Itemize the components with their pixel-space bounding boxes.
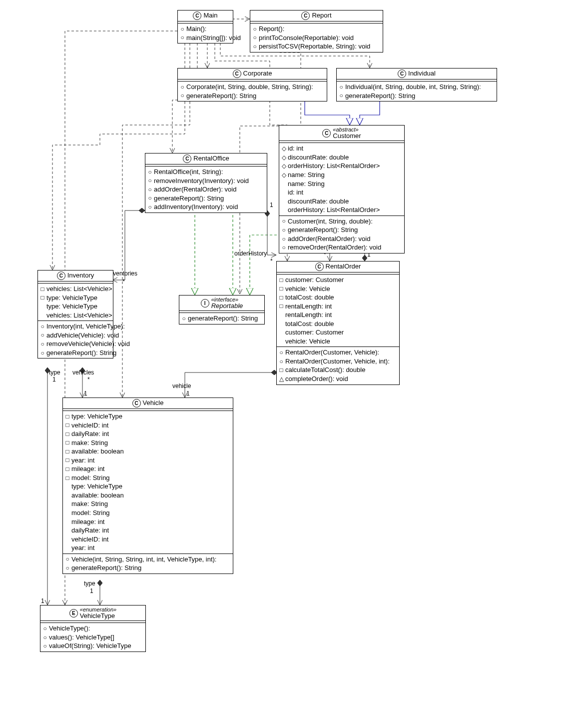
interface-icon: I (201, 299, 209, 308)
method: Customer(int, String, double): (288, 217, 373, 226)
visibility-icon: □ (279, 294, 284, 302)
visibility-icon: □ (65, 412, 70, 420)
visibility-icon: □ (65, 465, 70, 473)
attribute: totalCost: double (285, 320, 334, 328)
method: values(): VehicleType[] (49, 633, 114, 642)
method: removeVehicle(Vehicle): void (46, 340, 130, 348)
visibility-icon: ○ (40, 349, 45, 357)
attribute: name: String (288, 180, 325, 188)
mult-star: * (122, 278, 125, 285)
visibility-icon: ○ (281, 235, 286, 243)
visibility-icon: ○ (42, 624, 47, 632)
visibility-icon: ○ (147, 186, 152, 194)
class-name: Report (312, 12, 331, 19)
class-RentalOrder: CRentalOrder□customer: Customer□vehicle:… (276, 261, 400, 385)
method: Report(): (259, 24, 284, 34)
visibility-icon: ○ (252, 25, 257, 33)
visibility-icon: ○ (147, 203, 152, 211)
method: RentalOrder(Customer, Vehicle): (285, 348, 379, 357)
class-Vehicle: CVehicle□type: VehicleType□vehicleID: in… (62, 398, 233, 574)
mult-star: * (87, 376, 90, 383)
attribute: id: int (288, 144, 303, 153)
class-icon: C (322, 129, 331, 138)
visibility-icon: □ (279, 276, 284, 284)
attribute: rentalLength: int (285, 310, 332, 320)
class-icon: C (398, 70, 406, 78)
method: main(String[]): void (186, 34, 241, 42)
visibility-icon: ○ (147, 194, 152, 202)
class-name: Customer (333, 132, 361, 140)
method: addVehicle(Vehicle): void (46, 331, 119, 340)
visibility-icon: ○ (180, 83, 185, 91)
method: Vehicle(int, String, String, int, int, V… (71, 555, 216, 564)
attribute: make: String (71, 500, 108, 508)
visibility-icon: □ (65, 430, 70, 438)
visibility-icon: □ (40, 285, 45, 293)
visibility-icon: □ (65, 456, 70, 464)
method: addOrder(RentalOrder): void (154, 185, 236, 194)
attribute: make: String (71, 438, 108, 448)
visibility-icon: ○ (40, 331, 45, 339)
class-icon: C (315, 262, 324, 271)
class-Main: CMain○Main():○main(String[]): void (177, 10, 233, 44)
visibility-icon: ○ (281, 226, 286, 234)
class-Customer: C«abstract»Customer◇id: int◇discountRate… (279, 125, 405, 254)
visibility-icon: ○ (252, 42, 257, 50)
attribute: id: int (288, 188, 303, 197)
method: Individual(int, String, double, int, Str… (345, 82, 481, 92)
attribute: customer: Customer (285, 328, 344, 337)
attribute: model: String (71, 508, 110, 518)
attribute: orderHistory: List<RentalOrder> (288, 206, 380, 214)
visibility-icon: ○ (180, 92, 185, 100)
attribute: available: boolean (71, 491, 124, 500)
class-name: Main (203, 12, 217, 19)
visibility-icon: ○ (65, 555, 70, 563)
attribute: rentalLength: int (285, 302, 332, 311)
class-Reportable: I«interface»Reportable○generateReport():… (179, 295, 265, 324)
method: Inventory(int, VehicleType): (46, 322, 125, 331)
mult-one: 1 (41, 598, 44, 604)
lbl-type: type (84, 580, 95, 587)
class-Individual: CIndividual○Individual(int, String, doub… (336, 68, 497, 102)
class-Corporate: CCorporate○Corporate(int, String, double… (177, 68, 327, 102)
visibility-icon: □ (65, 438, 70, 446)
method: generateReport(): String (154, 194, 224, 203)
attribute: totalCost: double (285, 293, 334, 302)
attribute: dailyRate: int (71, 526, 109, 535)
method: completeOrder(): void (285, 374, 348, 384)
mult-one: 1 (84, 390, 87, 397)
attribute: vehicleID: int (71, 421, 108, 430)
method: valueOf(String): VehicleType (49, 642, 131, 650)
method: generateReport(): String (288, 226, 358, 234)
method: calculateTotalCost(): double (285, 366, 365, 374)
visibility-icon: □ (65, 448, 70, 456)
attribute: discountRate: double (288, 153, 349, 162)
class-Inventory: CInventory□vehicles: List<Vehicle>□type:… (37, 270, 113, 358)
visibility-icon: ○ (339, 83, 344, 91)
visibility-icon: ○ (147, 168, 152, 176)
class-icon: C (183, 154, 191, 163)
class-Report: CReport○Report():○printToConsole(Reporta… (250, 10, 383, 52)
lbl-vehicle: vehicle (172, 382, 191, 390)
mult-one: 1 (270, 202, 273, 208)
attribute: vehicles: List<Vehicle> (46, 284, 112, 294)
lbl-vehicles: vehicles (72, 369, 94, 376)
method: printToConsole(Reportable): void (259, 34, 354, 42)
attribute: available: boolean (71, 447, 124, 456)
class-name: Corporate (243, 70, 272, 77)
method: generateReport(): String (345, 92, 415, 100)
method: addOrder(RentalOrder): void (288, 234, 370, 244)
visibility-icon: ◇ (281, 171, 286, 179)
method: generateReport(): String (71, 564, 141, 572)
visibility-icon: ○ (147, 176, 152, 184)
visibility-icon: ○ (181, 314, 186, 322)
visibility-icon: □ (65, 421, 70, 429)
method: persistToCSV(Reportable, String): void (259, 42, 370, 51)
class-name: RentalOffice (193, 155, 229, 162)
visibility-icon: □ (279, 284, 284, 292)
attribute: year: int (71, 544, 94, 552)
mult-one: 1 (52, 376, 56, 383)
visibility-icon: ○ (252, 34, 257, 42)
method: Corporate(int, String, double, String, S… (186, 82, 313, 92)
attribute: discountRate: double (288, 197, 349, 206)
